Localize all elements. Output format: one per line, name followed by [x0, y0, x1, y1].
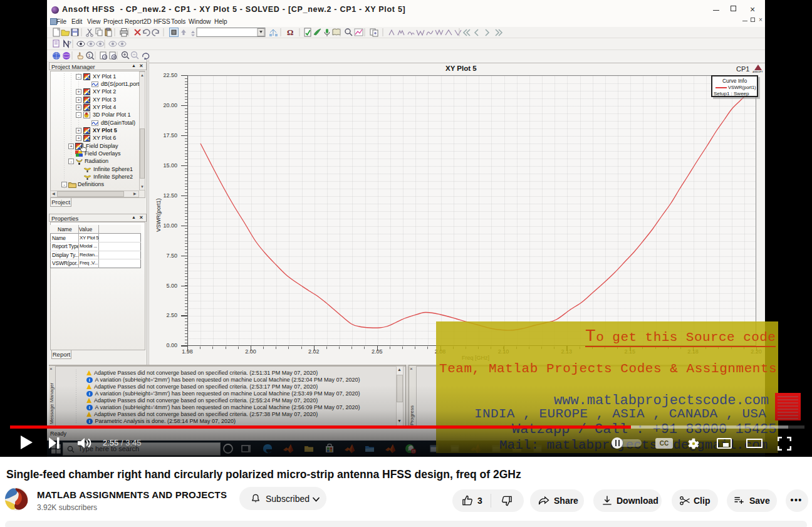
- svg-text:1: 1: [88, 53, 91, 58]
- svg-text:?: ?: [68, 40, 71, 46]
- svg-text:Ω: Ω: [287, 28, 293, 37]
